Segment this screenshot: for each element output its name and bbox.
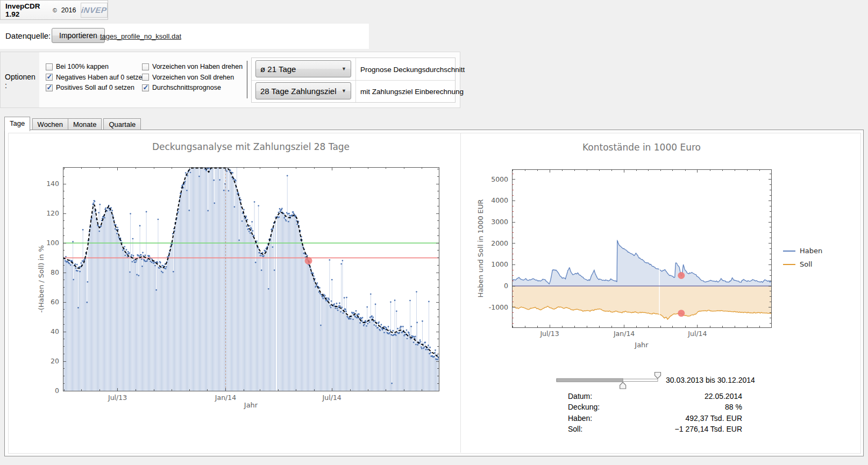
legend-label: Haben xyxy=(800,247,822,255)
copyright-symbol: © xyxy=(53,7,57,13)
checkbox-negatives-haben-auf-0-setzen[interactable]: Negatives Haben auf 0 setzen xyxy=(46,74,146,82)
copyright-year: 2016 xyxy=(61,6,76,14)
checkbox-vorzeichen-von-soll-drehen[interactable]: Vorzeichen von Soll drehen xyxy=(142,74,243,82)
svg-text:2000: 2000 xyxy=(491,239,508,247)
checkbox-label: Bei 100% kappen xyxy=(56,63,109,70)
app-window: InvepCDR 1.92 © 2016 iNVEP Datenquelle: … xyxy=(0,0,868,465)
balance-chart-xlabel: Jahr xyxy=(512,341,771,349)
info-label: Datum: xyxy=(568,391,592,402)
average-window-value: ø 21 Tage xyxy=(260,65,296,74)
chevron-down-icon: ▼ xyxy=(341,88,346,94)
options-panel: Optionen : Bei 100% kappenNegatives Habe… xyxy=(0,52,460,108)
invep-logo-text: iNVEP xyxy=(81,5,108,15)
svg-text:Jul/13: Jul/13 xyxy=(108,394,127,402)
slider-thumb-current-date[interactable] xyxy=(620,382,626,389)
checkbox-label: Negatives Haben auf 0 setzen xyxy=(56,74,146,81)
balance-chart-legend: HabenSoll xyxy=(783,247,822,274)
info-row-haben: Haben:492,37 Tsd. EUR xyxy=(568,413,742,424)
info-row-soll: Soll:−1 276,14 Tsd. EUR xyxy=(568,424,742,434)
checkbox-label: Positives Soll auf 0 setzen xyxy=(56,84,134,91)
info-value: 492,37 Tsd. EUR xyxy=(685,413,742,424)
svg-text:60: 60 xyxy=(51,298,59,306)
legend-line-icon xyxy=(783,264,795,265)
tab-wochen[interactable]: Wochen xyxy=(32,118,68,130)
options-divider xyxy=(247,61,247,98)
svg-text:20: 20 xyxy=(51,357,59,365)
svg-text:1000: 1000 xyxy=(491,260,508,268)
balance-chart: -1000010002000300040005000Jul/13Jan/14Ju… xyxy=(461,133,864,350)
average-window-caption: Prognose Deckungsdurchschnitt xyxy=(360,66,465,74)
date-range-slider[interactable] xyxy=(554,372,667,390)
tab-monate[interactable]: Monate xyxy=(68,118,102,130)
forecast-settings-box: ø 21 Tage ▼ 28 Tage Zahlungsziel ▼ Progn… xyxy=(251,58,456,103)
checkbox-positives-soll-auf-0-setzen[interactable]: Positives Soll auf 0 setzen xyxy=(46,84,146,92)
tab-tage[interactable]: Tage xyxy=(4,117,30,131)
svg-text:Jul/14: Jul/14 xyxy=(322,394,341,402)
slider-thumb-range-end[interactable] xyxy=(655,373,661,379)
checkbox-label: Durchschnittsprognose xyxy=(152,84,221,91)
header-box: InvepCDR 1.92 © 2016 iNVEP xyxy=(0,0,108,20)
average-window-dropdown[interactable]: ø 21 Tage ▼ xyxy=(255,60,351,77)
svg-text:Jul/13: Jul/13 xyxy=(539,330,559,338)
payment-target-dropdown[interactable]: 28 Tage Zahlungsziel ▼ xyxy=(255,82,351,99)
info-label: Soll: xyxy=(568,424,582,434)
svg-text:Jul/14: Jul/14 xyxy=(687,330,707,338)
tab-quartale[interactable]: Quartale xyxy=(103,118,141,130)
app-title: InvepCDR 1.92 xyxy=(5,2,47,18)
legend-item-haben: Haben xyxy=(783,247,822,255)
datasource-label: Datenquelle: xyxy=(5,31,51,40)
checkbox-box-vorzeichen-von-haben-drehen[interactable] xyxy=(142,63,149,70)
options-label: Optionen : xyxy=(5,73,39,90)
legend-line-icon xyxy=(783,251,795,252)
checkbox-label: Vorzeichen von Haben drehen xyxy=(152,63,243,70)
info-label: Deckung: xyxy=(568,402,600,412)
svg-text:4000: 4000 xyxy=(491,196,508,204)
coverage-chart-xlabel: Jahr xyxy=(63,401,439,409)
checkbox-box-negatives-haben-auf-0-setzen[interactable] xyxy=(46,74,53,81)
info-row-deckung: Deckung:88 % xyxy=(568,402,742,412)
checkbox-box-vorzeichen-von-soll-drehen[interactable] xyxy=(142,74,149,81)
payment-target-caption: mit Zahlungsziel Einberechnung xyxy=(360,88,464,96)
svg-text:-1000: -1000 xyxy=(489,303,508,311)
options-checkbox-column-1: Bei 100% kappenNegatives Haben auf 0 set… xyxy=(46,63,146,92)
svg-text:40: 40 xyxy=(51,327,59,335)
invep-logo: iNVEP xyxy=(81,3,108,18)
checkbox-box-bei-100-kappen[interactable] xyxy=(46,63,53,70)
options-checkbox-column-2: Vorzeichen von Haben drehenVorzeichen vo… xyxy=(142,63,243,92)
svg-text:Jan/14: Jan/14 xyxy=(613,330,635,338)
chevron-down-icon: ▼ xyxy=(341,66,346,71)
svg-text:140: 140 xyxy=(46,180,59,188)
svg-text:100: 100 xyxy=(46,239,59,247)
chart-panels-divider xyxy=(460,133,461,453)
options-label-zone: Optionen : xyxy=(1,52,39,108)
balance-chart-ylabel: Haben und Soll in 1000 EUR xyxy=(476,199,485,298)
coverage-chart-ylabel: -(Haben / Soll) in % xyxy=(37,245,45,313)
legend-item-soll: Soll xyxy=(783,260,822,268)
info-row-datum: Datum:22.05.2014 xyxy=(568,391,742,402)
info-label: Haben: xyxy=(568,413,592,424)
legend-label: Soll xyxy=(800,260,812,268)
checkbox-bei-100-kappen[interactable]: Bei 100% kappen xyxy=(46,63,146,71)
svg-text:0: 0 xyxy=(55,387,59,395)
checkbox-label: Vorzeichen von Soll drehen xyxy=(152,74,234,81)
datasource-file-link[interactable]: tages_profile_no_ksoll.dat xyxy=(100,32,181,40)
info-value: −1 276,14 Tsd. EUR xyxy=(675,424,742,434)
selection-info-panel: Datum:22.05.2014Deckung:88 %Haben:492,37… xyxy=(568,391,742,435)
svg-text:Jan/14: Jan/14 xyxy=(215,394,236,402)
svg-text:3000: 3000 xyxy=(491,218,508,226)
datasource-bar: Datenquelle: Importieren tages_profile_n… xyxy=(0,24,369,49)
info-value: 88 % xyxy=(725,402,742,412)
date-range-label: 30.03.2013 bis 30.12.2014 xyxy=(666,376,755,384)
svg-text:5000: 5000 xyxy=(491,175,508,183)
info-value: 22.05.2014 xyxy=(705,391,742,402)
payment-target-value: 28 Tage Zahlungsziel xyxy=(260,87,337,96)
checkbox-vorzeichen-von-haben-drehen[interactable]: Vorzeichen von Haben drehen xyxy=(142,63,243,71)
checkbox-box-durchschnittsprognose[interactable] xyxy=(142,84,149,91)
settings-box-hline xyxy=(252,80,455,81)
import-button[interactable]: Importieren xyxy=(52,28,105,43)
svg-text:80: 80 xyxy=(51,268,59,276)
slider-fill xyxy=(557,378,623,382)
checkbox-box-positives-soll-auf-0-setzen[interactable] xyxy=(46,84,53,91)
checkbox-durchschnittsprognose[interactable]: Durchschnittsprognose xyxy=(142,84,243,92)
svg-text:120: 120 xyxy=(46,209,59,217)
